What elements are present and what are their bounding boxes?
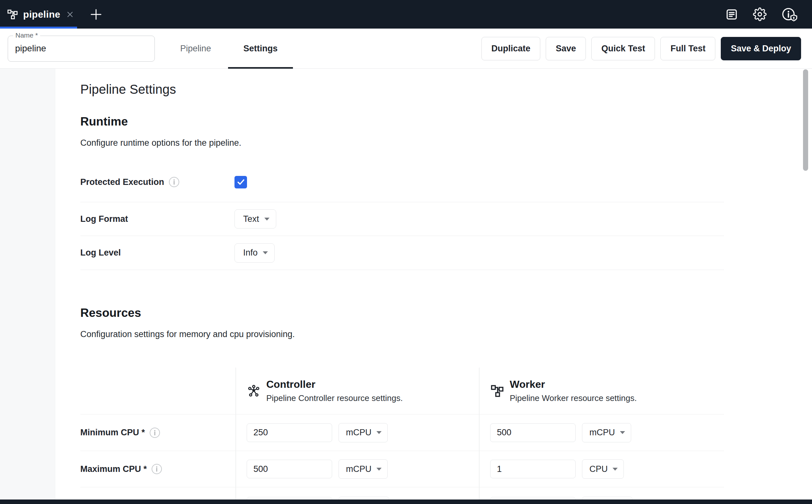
resources-description: Configuration settings for memory and cp…: [80, 329, 295, 339]
editor-tab-bar: pipeline: [0, 0, 812, 29]
controller-column-header: Controller Pipeline Controller resource …: [235, 368, 479, 414]
next-resource-row-partial: [80, 487, 724, 500]
document-icon: [725, 8, 738, 21]
log-format-select[interactable]: Text: [234, 209, 276, 229]
column-divider: [235, 368, 236, 500]
controller-subtitle: Pipeline Controller resource settings.: [266, 393, 403, 403]
docs-button[interactable]: [725, 8, 738, 21]
log-level-select[interactable]: Info: [234, 243, 275, 263]
log-level-label: Log Level: [80, 248, 121, 258]
minimum-cpu-label: Minimum CPU *: [80, 428, 145, 438]
pipeline-icon: [491, 384, 504, 398]
name-input[interactable]: [8, 36, 154, 61]
worker-max-cpu-input[interactable]: [490, 460, 576, 478]
minimum-cpu-row: Minimum CPU * mCPU: [80, 414, 724, 451]
resources-table: Controller Pipeline Controller resource …: [80, 368, 724, 500]
add-tab-button[interactable]: [89, 7, 103, 22]
worker-subtitle: Pipeline Worker resource settings.: [510, 393, 637, 403]
runtime-settings-rows: Protected Execution: [80, 162, 724, 270]
controller-max-cpu-unit-select[interactable]: mCPU: [338, 459, 388, 479]
settings-page: Pipeline Settings Runtime Configure runt…: [0, 69, 812, 500]
tabbar-right-icons: [725, 7, 812, 22]
controller-title: Controller: [266, 378, 403, 390]
settings-button[interactable]: [753, 7, 767, 21]
runtime-description: Configure runtime options for the pipeli…: [80, 138, 241, 148]
worker-min-cpu-unit-select[interactable]: mCPU: [582, 423, 631, 442]
protected-execution-label: Protected Execution: [80, 177, 164, 187]
settings-tab-indicator: [228, 67, 293, 69]
controller-max-cpu-cell: mCPU: [235, 459, 479, 479]
controller-min-cpu-unit-select[interactable]: mCPU: [338, 423, 388, 442]
plus-icon: [90, 8, 102, 21]
save-button[interactable]: Save: [546, 37, 586, 60]
name-field: Name *: [8, 36, 155, 62]
chevron-down-icon: [376, 468, 381, 471]
controller-max-cpu-unit: mCPU: [346, 464, 371, 474]
resources-header-row: Controller Pipeline Controller resource …: [80, 368, 724, 414]
quick-test-button[interactable]: Quick Test: [591, 37, 655, 60]
controller-max-cpu-input[interactable]: [247, 460, 332, 478]
column-divider: [479, 368, 480, 500]
log-format-row: Log Format Text: [80, 202, 724, 236]
protected-execution-row: Protected Execution: [80, 162, 724, 202]
worker-min-cpu-input[interactable]: [490, 423, 576, 442]
name-field-label: Name *: [13, 31, 40, 39]
protected-execution-checkbox[interactable]: [234, 176, 247, 188]
chevron-down-icon: [613, 468, 618, 471]
worker-min-cpu-cell: mCPU: [479, 423, 724, 442]
resources-heading: Resources: [80, 306, 141, 320]
chevron-down-icon: [263, 251, 268, 254]
duplicate-button[interactable]: Duplicate: [482, 37, 541, 60]
worker-min-cpu-unit: mCPU: [589, 428, 615, 438]
app-window: pipeline: [0, 0, 812, 504]
runtime-heading: Runtime: [80, 115, 128, 128]
worker-title: Worker: [510, 378, 637, 390]
vertical-scrollbar[interactable]: [803, 69, 808, 171]
log-format-value: Text: [243, 214, 259, 224]
tab-pipeline-label: pipeline: [23, 9, 60, 20]
controller-min-cpu-input[interactable]: [247, 423, 332, 442]
chevron-down-icon: [264, 218, 269, 221]
check-icon: [236, 177, 246, 187]
hub-icon: [247, 384, 260, 398]
protected-execution-info-icon[interactable]: [169, 177, 179, 187]
tab-pipeline-view-label: Pipeline: [180, 44, 211, 54]
save-deploy-button[interactable]: Save & Deploy: [721, 37, 801, 60]
info-shield-icon: [781, 7, 798, 22]
gear-icon: [753, 7, 767, 21]
status-bar: [0, 500, 812, 504]
maximum-cpu-label: Maximum CPU *: [80, 464, 147, 474]
worker-max-cpu-cell: CPU: [479, 459, 724, 479]
tab-settings-view[interactable]: Settings: [228, 29, 293, 68]
log-format-label: Log Format: [80, 214, 128, 224]
minimum-cpu-info-icon[interactable]: [149, 427, 160, 438]
worker-max-cpu-unit: CPU: [589, 464, 608, 474]
tab-settings-view-label: Settings: [243, 44, 278, 54]
maximum-cpu-info-icon[interactable]: [151, 464, 162, 474]
page-title: Pipeline Settings: [80, 82, 176, 97]
tab-pipeline-view[interactable]: Pipeline: [163, 29, 228, 68]
view-tabs: Pipeline Settings: [163, 29, 293, 68]
full-test-button[interactable]: Full Test: [660, 37, 715, 60]
log-level-value: Info: [243, 248, 257, 258]
pipeline-icon: [7, 9, 18, 20]
chevron-down-icon: [620, 431, 625, 434]
pipeline-toolbar: Name * Pipeline Settings Duplicate Save …: [0, 29, 812, 69]
tab-pipeline[interactable]: pipeline: [0, 0, 80, 29]
worker-column-header: Worker Pipeline Worker resource settings…: [479, 368, 724, 414]
maximum-cpu-row: Maximum CPU * mCPU: [80, 451, 724, 487]
close-tab-icon[interactable]: [65, 10, 74, 19]
protected-execution-label-group: Protected Execution: [80, 177, 234, 187]
chevron-down-icon: [376, 431, 381, 434]
toolbar-actions: Duplicate Save Quick Test Full Test Save…: [482, 37, 812, 60]
worker-max-cpu-unit-select[interactable]: CPU: [582, 459, 624, 479]
controller-min-cpu-unit: mCPU: [346, 428, 371, 438]
left-gutter: [0, 69, 55, 500]
log-level-row: Log Level Info: [80, 236, 724, 270]
security-info-button[interactable]: [781, 7, 798, 22]
controller-min-cpu-cell: mCPU: [235, 423, 479, 442]
